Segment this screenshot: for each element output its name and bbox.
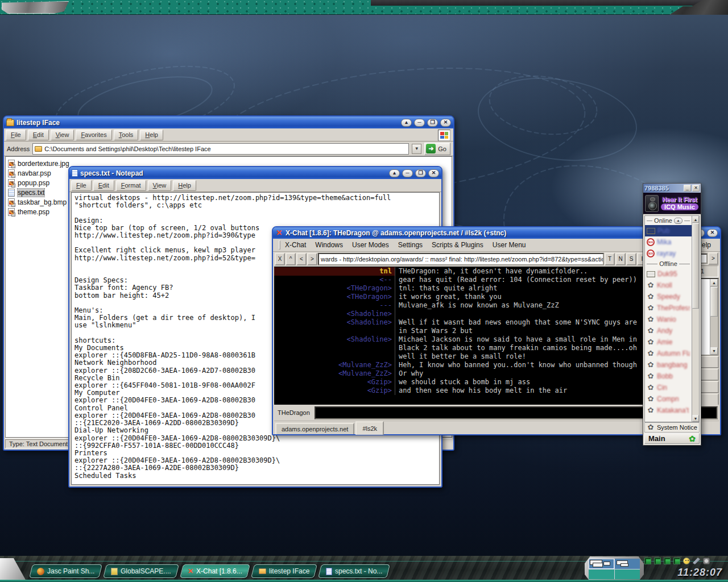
minimize-button[interactable]: _ (684, 185, 691, 192)
close-button[interactable]: ✕ (440, 119, 451, 127)
menu-settings[interactable]: Settings (398, 241, 423, 249)
close-button[interactable]: ✕ (428, 169, 439, 177)
tray-green-icon[interactable] (664, 558, 671, 564)
minimize-button[interactable]: ─ (402, 169, 413, 177)
contact-row[interactable]: Cin (645, 382, 692, 393)
scroll-up-arrow[interactable]: ▲ (710, 279, 718, 286)
notepad-title-bar[interactable]: specs.txt - Notepad ▴ ─ ❒ ✕ (69, 167, 441, 179)
file-name: popup.psp (18, 179, 49, 187)
menu-item[interactable]: Help (140, 130, 163, 140)
maximize-button[interactable]: ❒ (415, 169, 426, 177)
explorer-title-bar[interactable]: litestep IFace ▴ ─ ❒ ✕ (4, 117, 453, 128)
contact-row[interactable]: Autumn Flan (645, 348, 692, 359)
banner-line-2: ICQ Music (661, 203, 698, 210)
taskbar-button[interactable]: GlobalSCAPE.... (103, 564, 179, 578)
notepad-icon (72, 169, 78, 177)
current-nick-label[interactable]: THeDragon (275, 409, 315, 416)
menu-windows[interactable]: Windows (315, 241, 343, 249)
tray-green-icon[interactable] (644, 558, 651, 564)
contact-row[interactable]: bangbang (645, 359, 692, 371)
contact-row[interactable]: Knoll (645, 280, 692, 291)
contact-row[interactable]: Bobb (645, 371, 692, 382)
contact-name: TheProfessi (657, 304, 690, 312)
contact-row[interactable]: Pub (645, 225, 692, 236)
contact-row[interactable]: rayray (645, 248, 692, 259)
topic-button-t[interactable]: T (605, 253, 615, 265)
desktop-2-cell[interactable] (615, 559, 640, 569)
scroll-up-button[interactable]: ^ (286, 253, 296, 265)
maximize-button[interactable]: ❒ (427, 119, 438, 127)
user-list-scrollbar[interactable]: ▲ ▼ (710, 279, 718, 355)
scroll-down-arrow[interactable]: ▼ (710, 347, 718, 355)
desktop-1-cell[interactable] (589, 559, 614, 569)
contact-row[interactable]: Wanio (645, 314, 692, 325)
litestep-top-bar[interactable] (0, 0, 728, 15)
smiley-tray-icon[interactable] (683, 558, 690, 564)
icq-ad-banner[interactable]: Hear it First ICQ Music (643, 193, 701, 214)
system-notice-row[interactable]: System Notice (644, 422, 700, 433)
contact-row[interactable]: Katakana't (645, 405, 692, 416)
menu-item[interactable]: Format (116, 180, 146, 191)
contact-row[interactable]: Duk95 (645, 268, 692, 280)
menu-item[interactable]: View (148, 180, 172, 191)
chat-nick: <Mulvane_ZzZ> (274, 361, 395, 369)
scroll-down-arrow[interactable]: ▼ (692, 415, 699, 422)
menu-item[interactable]: Edit (28, 130, 49, 140)
icq-title-bar[interactable]: 7988385 _ ✕ (643, 184, 701, 193)
rollup-button[interactable]: ▴ (389, 169, 400, 177)
virtual-desktop-pager[interactable] (585, 556, 644, 581)
topic-input[interactable]: wards - http://desktopian.org/awards/ ::… (318, 253, 604, 265)
menu-item[interactable]: Tools (114, 130, 139, 140)
chat-message-area[interactable]: tnl THeDragon: ah, it doesn't have dynam… (274, 267, 648, 406)
menu-user-modes[interactable]: User Modes (352, 241, 389, 249)
address-input[interactable]: C:\Documents and Settings\phil\Desktop\T… (32, 143, 409, 155)
menu-user-menu[interactable]: User Menu (493, 241, 526, 249)
menu-item[interactable]: File (6, 130, 26, 140)
lag-right-arrow[interactable]: > (708, 252, 718, 265)
contact-row[interactable]: Mika (645, 236, 692, 248)
scroll-up-arrow[interactable]: ▲ (692, 216, 699, 223)
scroll-up-button[interactable]: ▲ (674, 218, 682, 224)
close-button[interactable]: ✕ (692, 185, 700, 192)
contact-row[interactable]: Amie (645, 336, 692, 348)
scroll-thumb[interactable] (692, 223, 699, 309)
menu-grip-handle[interactable] (279, 240, 280, 250)
contact-row[interactable]: Compn (645, 393, 692, 405)
gear-tray-icon[interactable] (703, 558, 710, 564)
menu-item[interactable]: Favorites (76, 130, 111, 140)
tab-right-button[interactable]: > (307, 253, 317, 265)
icq-main-button[interactable]: Main (644, 433, 700, 444)
menu-item[interactable]: Edit (93, 180, 114, 191)
menu-xchat[interactable]: X-Chat (285, 241, 306, 249)
brush-tray-icon[interactable] (693, 558, 700, 564)
contact-row[interactable]: Speedy (645, 291, 692, 302)
address-dropdown-button[interactable]: ▼ (412, 144, 421, 154)
contact-row[interactable]: TheProfessi (645, 302, 692, 314)
taskbar-button[interactable]: Jasc Paint Sh... (29, 564, 102, 578)
rollup-button[interactable]: ▴ (401, 119, 412, 127)
tab-left-button[interactable]: < (296, 253, 307, 265)
contact-row[interactable]: Andy (645, 325, 692, 336)
minimize-button[interactable]: ─ (414, 119, 425, 127)
taskbar-button[interactable]: litestep IFace (251, 564, 317, 578)
scroll-thumb[interactable] (710, 287, 718, 317)
desktop-3-cell[interactable] (589, 569, 614, 580)
taskbar-button[interactable]: X-Chat [1.8.6... (180, 564, 250, 578)
close-tab-button[interactable]: X (275, 253, 285, 265)
desktop-4-cell[interactable] (615, 569, 640, 580)
contact-list-scrollbar[interactable]: ▲ ▼ (692, 216, 699, 422)
close-button[interactable]: ✕ (707, 229, 718, 237)
topic-button-s[interactable]: S (626, 253, 636, 265)
taskbar-button[interactable]: specs.txt - No... (318, 564, 390, 578)
menu-item[interactable]: File (71, 180, 92, 191)
channel-tab[interactable]: adams.openprojects.net (275, 423, 354, 434)
menu-item[interactable]: Help (173, 180, 196, 191)
channel-tab[interactable]: #ls2k (355, 421, 384, 435)
menu-scripts-plugins[interactable]: Scripts & Plugins (432, 241, 483, 249)
go-button[interactable]: ➜ Go (424, 143, 450, 155)
menu-item[interactable]: View (51, 130, 75, 140)
tray-green-icon[interactable] (673, 558, 680, 564)
topic-button-n[interactable]: N (615, 253, 626, 265)
tray-green-icon[interactable] (654, 558, 661, 564)
chat-message: and then see how his body melt in the ai… (395, 386, 648, 395)
